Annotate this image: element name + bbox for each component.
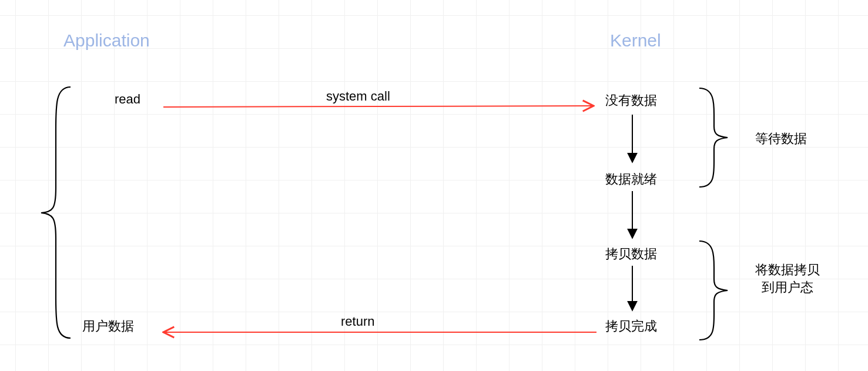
diagram-svg (0, 0, 868, 371)
arrow-system-call (163, 106, 594, 107)
brace-right-wait (699, 88, 728, 187)
brace-right-copy (699, 241, 728, 340)
diagram-layer: Application Kernel read 用户数据 没有数据 数据就绪 拷… (0, 0, 868, 371)
brace-left-big (41, 87, 71, 338)
